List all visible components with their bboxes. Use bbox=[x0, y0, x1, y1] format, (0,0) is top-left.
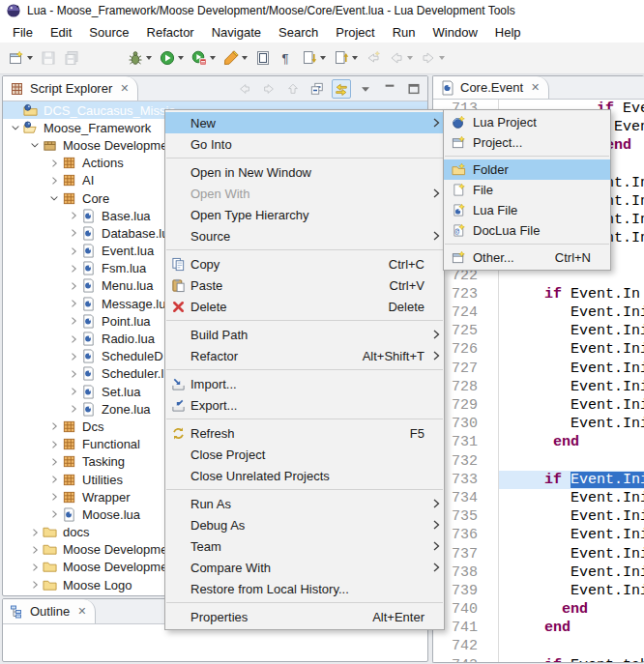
code-line[interactable]: 731 end bbox=[433, 433, 644, 451]
close-icon[interactable]: ✕ bbox=[531, 81, 540, 94]
chevron-right-icon[interactable] bbox=[65, 315, 81, 327]
run-history-button[interactable] bbox=[188, 46, 220, 70]
menu-navigate[interactable]: Navigate bbox=[203, 23, 270, 42]
menu-item-refresh[interactable]: RefreshF5 bbox=[165, 422, 444, 444]
open-element-button[interactable] bbox=[251, 46, 275, 70]
code-line[interactable]: 729 Event.Ini bbox=[433, 396, 644, 415]
menu-item-team[interactable]: Team bbox=[165, 535, 444, 557]
menu-help[interactable]: Help bbox=[486, 23, 530, 42]
dropdown-arrow-icon[interactable] bbox=[439, 56, 445, 60]
menu-item-run-as[interactable]: Run As bbox=[165, 493, 444, 514]
code-line[interactable]: 737 Event.Ini bbox=[433, 545, 644, 563]
menu-item-folder[interactable]: Folder bbox=[444, 159, 610, 180]
menu-item-import[interactable]: Import... bbox=[165, 373, 444, 394]
menu-item-debug-as[interactable]: Debug As bbox=[165, 514, 444, 535]
maximize-button[interactable] bbox=[404, 79, 424, 99]
chevron-down-icon[interactable] bbox=[45, 192, 62, 204]
menu-item-restore-from-local-history[interactable]: Restore from Local History... bbox=[165, 578, 444, 599]
code-line[interactable]: 725 Event.Ini bbox=[433, 322, 644, 340]
menu-item-properties[interactable]: PropertiesAlt+Enter bbox=[165, 606, 444, 627]
code-line[interactable]: 733 if Event.Ini bbox=[433, 471, 644, 489]
dropdown-arrow-icon[interactable] bbox=[178, 56, 184, 60]
chevron-right-icon[interactable] bbox=[26, 544, 43, 556]
menu-item-file[interactable]: File bbox=[444, 180, 610, 200]
chevron-right-icon[interactable] bbox=[45, 420, 62, 432]
code-line[interactable]: 738 Event.Ini bbox=[433, 563, 644, 582]
new-wizard-button[interactable] bbox=[5, 46, 37, 70]
menu-search[interactable]: Search bbox=[270, 23, 327, 42]
collapse-all-button[interactable] bbox=[307, 79, 327, 99]
chevron-right-icon[interactable] bbox=[65, 403, 81, 415]
tab-outline[interactable]: Outline ✕ bbox=[3, 599, 96, 623]
menu-item-paste[interactable]: PasteCtrl+V bbox=[165, 274, 444, 296]
dropdown-arrow-icon[interactable] bbox=[352, 56, 358, 60]
close-icon[interactable]: ✕ bbox=[120, 82, 129, 95]
save-all-button[interactable] bbox=[60, 46, 83, 70]
dropdown-arrow-icon[interactable] bbox=[242, 56, 248, 60]
menu-source[interactable]: Source bbox=[80, 23, 137, 42]
menu-item-doclua-file[interactable]: @DocLua File bbox=[444, 220, 610, 241]
menu-item-compare-with[interactable]: Compare With bbox=[165, 557, 444, 578]
last-edit-location-button[interactable] bbox=[362, 46, 385, 70]
chevron-right-icon[interactable] bbox=[65, 245, 81, 257]
menu-item-go-into[interactable]: Go Into bbox=[165, 133, 444, 155]
menu-item-close-project[interactable]: Close Project bbox=[165, 444, 444, 465]
menu-item-new[interactable]: New bbox=[165, 112, 444, 133]
code-line[interactable]: 726 Event.Ini bbox=[433, 340, 644, 359]
run-button[interactable] bbox=[156, 46, 188, 70]
tab-core-event[interactable]: Core.Event ✕ bbox=[433, 76, 549, 99]
code-line[interactable]: 727 Event.Ini bbox=[433, 360, 644, 378]
back-button[interactable] bbox=[385, 46, 417, 70]
menu-project[interactable]: Project bbox=[327, 23, 383, 42]
chevron-right-icon[interactable] bbox=[65, 351, 81, 362]
dropdown-arrow-icon[interactable] bbox=[146, 56, 152, 60]
save-button[interactable] bbox=[37, 46, 60, 70]
menu-file[interactable]: File bbox=[4, 23, 42, 42]
code-line[interactable]: 736 Event.Ini bbox=[433, 526, 644, 544]
chevron-right-icon[interactable] bbox=[65, 298, 81, 309]
previous-annotation-button[interactable] bbox=[330, 46, 362, 70]
chevron-right-icon[interactable] bbox=[45, 491, 62, 503]
forward-button[interactable] bbox=[417, 46, 449, 70]
code-line[interactable]: 728 Event.Ini bbox=[433, 378, 644, 396]
next-annotation-button[interactable] bbox=[298, 46, 330, 70]
menu-edit[interactable]: Edit bbox=[42, 23, 80, 42]
minimize-button[interactable] bbox=[380, 79, 399, 99]
back-button[interactable] bbox=[235, 79, 254, 99]
menu-item-close-unrelated-projects[interactable]: Close Unrelated Projects bbox=[165, 465, 444, 486]
code-line[interactable]: 732 bbox=[433, 452, 644, 471]
show-whitespace-button[interactable]: ¶ bbox=[275, 46, 298, 70]
chevron-down-icon[interactable] bbox=[7, 122, 23, 133]
debug-button[interactable] bbox=[124, 46, 156, 70]
chevron-right-icon[interactable] bbox=[45, 456, 62, 468]
chevron-right-icon[interactable] bbox=[26, 579, 43, 591]
chevron-right-icon[interactable] bbox=[45, 474, 62, 485]
chevron-right-icon[interactable] bbox=[45, 439, 62, 450]
link-with-editor-button[interactable] bbox=[332, 79, 351, 99]
chevron-right-icon[interactable] bbox=[65, 280, 81, 292]
menu-item-other[interactable]: Other...Ctrl+N bbox=[444, 247, 610, 268]
menu-item-open-with[interactable]: Open With bbox=[165, 183, 444, 204]
menu-item-export[interactable]: Export... bbox=[165, 394, 444, 416]
close-icon[interactable]: ✕ bbox=[77, 605, 86, 618]
menu-item-project[interactable]: Project... bbox=[444, 132, 610, 153]
chevron-right-icon[interactable] bbox=[65, 333, 81, 345]
chevron-right-icon[interactable] bbox=[45, 158, 62, 169]
chevron-down-icon[interactable] bbox=[26, 139, 43, 151]
chevron-right-icon[interactable] bbox=[45, 175, 62, 187]
menu-refactor[interactable]: Refactor bbox=[138, 23, 203, 42]
menu-item-build-path[interactable]: Build Path bbox=[165, 324, 444, 345]
chevron-right-icon[interactable] bbox=[65, 263, 81, 274]
dropdown-arrow-icon[interactable] bbox=[320, 56, 326, 60]
menu-item-lua-file[interactable]: Lua File bbox=[444, 200, 610, 220]
code-line[interactable]: 743 if Event.tab bbox=[433, 656, 644, 662]
chevron-right-icon[interactable] bbox=[45, 508, 62, 520]
code-line[interactable]: 734 Event.Ini bbox=[433, 489, 644, 507]
dropdown-arrow-icon[interactable] bbox=[407, 56, 413, 60]
menu-item-source[interactable]: Source bbox=[165, 225, 444, 246]
menu-item-copy[interactable]: CopyCtrl+C bbox=[165, 253, 444, 274]
menu-item-delete[interactable]: DeleteDelete bbox=[165, 296, 444, 317]
chevron-right-icon[interactable] bbox=[65, 227, 81, 239]
menu-window[interactable]: Window bbox=[424, 23, 486, 42]
code-line[interactable]: 742 bbox=[433, 637, 644, 655]
